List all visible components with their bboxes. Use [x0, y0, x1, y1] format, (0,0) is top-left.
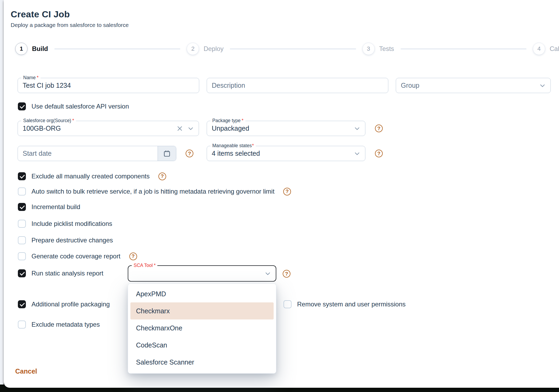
exclude-metadata-label: Exclude metadata types — [31, 321, 100, 328]
dropdown-option-salesforce-scanner[interactable]: Salesforce Scanner — [130, 354, 274, 371]
run-static-analysis-label: Run static analysis report — [31, 270, 103, 277]
package-type-label: Package type* — [210, 118, 245, 123]
auto-switch-bulk-checkbox[interactable] — [18, 187, 26, 195]
step-2-circle: 2 — [187, 43, 199, 55]
include-picklist-row: Include picklist modifications — [18, 220, 112, 228]
code-coverage-checkbox[interactable] — [18, 252, 26, 260]
step-2-label: Deploy — [203, 45, 223, 53]
chevron-down-icon[interactable] — [353, 125, 361, 132]
exclude-manual-row: Exclude all manually created components … — [18, 172, 166, 180]
group-placeholder: Group — [401, 82, 539, 89]
package-type-value: Unpackaged — [212, 125, 353, 132]
sca-tool-label: SCA Tool* — [132, 263, 157, 268]
additional-profile-checkbox[interactable] — [18, 300, 26, 308]
package-type-select[interactable]: Package type* Unpackaged — [207, 121, 365, 136]
prepare-destructive-row: Prepare destructive changes — [18, 236, 113, 244]
prepare-destructive-checkbox[interactable] — [18, 236, 26, 244]
description-field[interactable]: Description — [207, 78, 388, 93]
group-select[interactable]: Group — [396, 78, 551, 93]
start-date-field[interactable]: Start date — [18, 146, 176, 161]
step-4-label: Cal — [550, 45, 559, 53]
step-3-circle: 3 — [362, 43, 375, 55]
dropdown-option-checkmarx[interactable]: Checkmarx — [130, 302, 274, 319]
incremental-build-checkbox[interactable] — [18, 203, 26, 211]
start-date-help-icon[interactable]: ? — [186, 150, 193, 157]
use-default-api-label: Use default salesforce API version — [31, 103, 129, 110]
manageable-states-label: Manageable states* — [210, 143, 256, 149]
auto-switch-bulk-label: Auto switch to bulk retrieve service, if… — [31, 188, 274, 195]
auto-switch-bulk-help-icon[interactable]: ? — [283, 188, 291, 195]
create-ci-job-page: Create CI Job Deploy a package from sale… — [0, 0, 559, 392]
exclude-metadata-row: Exclude metadata types — [18, 321, 100, 329]
additional-profile-row: Additional profile packaging — [18, 300, 110, 308]
calendar-icon — [163, 150, 171, 158]
wizard-stepper: 1 Build 2 Deploy 3 Tests 4 Cal — [15, 42, 559, 55]
chevron-down-icon[interactable] — [187, 125, 194, 132]
name-field[interactable]: Name* Test CI job 1234 — [18, 78, 199, 93]
include-picklist-checkbox[interactable] — [18, 220, 26, 228]
incremental-build-label: Incremental build — [31, 203, 80, 211]
step-1-circle: 1 — [15, 43, 27, 55]
manageable-states-help-icon[interactable]: ? — [375, 150, 383, 157]
code-coverage-help-icon[interactable]: ? — [129, 253, 137, 260]
cancel-button[interactable]: Cancel — [15, 367, 37, 375]
step-build[interactable]: 1 Build — [15, 43, 48, 55]
include-picklist-label: Include picklist modifications — [31, 220, 112, 227]
description-placeholder: Description — [212, 82, 245, 89]
code-coverage-row: Generate code coverage report ? — [18, 252, 137, 260]
step-tests[interactable]: 3 Tests — [362, 43, 394, 55]
stepper-connector — [54, 49, 180, 49]
dropdown-option-apexpmd[interactable]: ApexPMD — [130, 285, 274, 302]
sca-tool-help-icon[interactable]: ? — [283, 270, 290, 278]
manageable-states-select[interactable]: Manageable states* 4 items selected — [207, 146, 365, 161]
page-left-margin-strip — [0, 0, 4, 385]
additional-profile-label: Additional profile packaging — [31, 301, 110, 308]
exclude-metadata-checkbox[interactable] — [18, 321, 26, 329]
sca-tool-select[interactable]: SCA Tool* — [128, 265, 276, 282]
use-default-api-checkbox[interactable] — [18, 102, 26, 110]
auto-switch-bulk-row: Auto switch to bulk retrieve service, if… — [18, 187, 291, 195]
chevron-down-icon[interactable] — [264, 270, 271, 277]
stepper-connector — [401, 49, 526, 49]
exclude-manual-checkbox[interactable] — [18, 172, 26, 180]
use-default-api-row: Use default salesforce API version — [18, 102, 129, 110]
step-3-label: Tests — [379, 45, 394, 53]
sca-tool-dropdown-panel: ApexPMD Checkmarx CheckmarxOne CodeScan … — [128, 283, 276, 374]
prepare-destructive-label: Prepare destructive changes — [31, 237, 113, 244]
code-coverage-label: Generate code coverage report — [31, 253, 121, 260]
remove-permissions-checkbox[interactable] — [284, 300, 292, 308]
exclude-manual-label: Exclude all manually created components — [31, 173, 150, 180]
start-date-placeholder: Start date — [23, 150, 155, 157]
remove-permissions-row: Remove system and user permissions — [284, 300, 406, 308]
exclude-manual-help-icon[interactable]: ? — [158, 173, 166, 180]
dropdown-option-codescan[interactable]: CodeScan — [130, 337, 274, 354]
name-field-value: Test CI job 1234 — [23, 82, 71, 89]
clear-icon[interactable] — [176, 125, 183, 132]
package-type-help-icon[interactable]: ? — [375, 125, 383, 132]
incremental-build-row: Incremental build — [18, 203, 80, 211]
manageable-states-value: 4 items selected — [212, 150, 353, 157]
name-field-label: Name* — [21, 75, 41, 81]
page-title: Create CI Job — [11, 9, 70, 19]
chevron-down-icon[interactable] — [539, 82, 546, 89]
run-static-analysis-row: Run static analysis report — [18, 269, 103, 277]
step-1-label: Build — [32, 45, 48, 53]
date-picker-button[interactable] — [158, 146, 176, 161]
dropdown-option-checkmarxone[interactable]: CheckmarxOne — [130, 319, 274, 337]
page-subtitle: Deploy a package from salesforce to sale… — [11, 22, 129, 28]
step-deploy[interactable]: 2 Deploy — [187, 43, 223, 55]
step-callbacks[interactable]: 4 Cal — [533, 43, 559, 55]
salesforce-org-select[interactable]: Salesforce org(Source)* 100GB-ORG — [18, 121, 199, 136]
run-static-analysis-checkbox[interactable] — [18, 269, 26, 277]
salesforce-org-value: 100GB-ORG — [23, 125, 176, 132]
remove-permissions-label: Remove system and user permissions — [297, 301, 406, 308]
stepper-connector — [230, 49, 356, 49]
chevron-down-icon[interactable] — [353, 150, 361, 157]
step-4-circle: 4 — [533, 43, 545, 55]
salesforce-org-label: Salesforce org(Source)* — [21, 118, 76, 123]
